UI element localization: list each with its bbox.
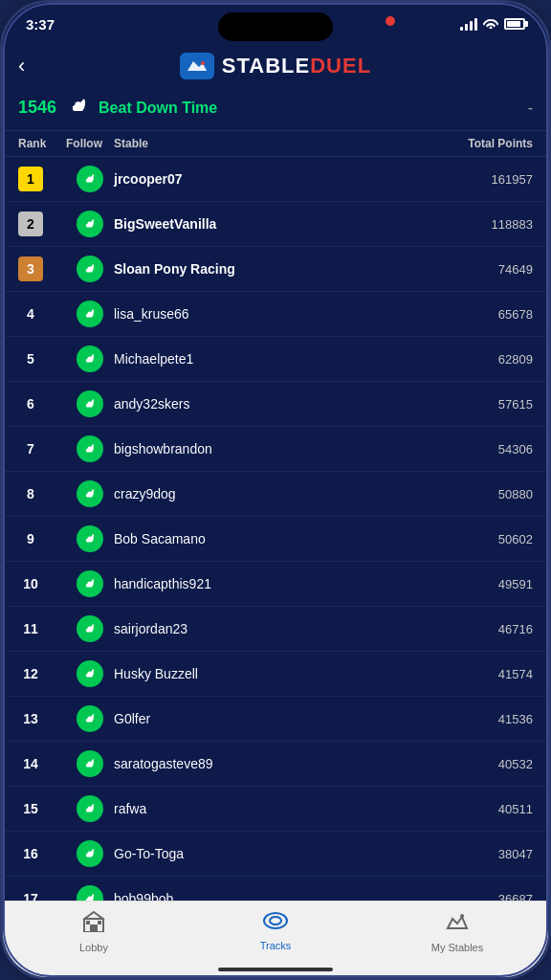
stables-icon: [445, 911, 470, 938]
follow-button[interactable]: [66, 705, 114, 732]
nav-item-stables[interactable]: My Stables: [366, 911, 548, 953]
horse-icon: [66, 97, 89, 119]
points-value: 41536: [437, 712, 533, 726]
svg-point-6: [264, 913, 287, 928]
follow-icon: [77, 435, 103, 462]
table-row[interactable]: 7 bigshowbrandon 54306: [3, 427, 548, 472]
table-row[interactable]: 8 crazy9dog 50880: [3, 472, 548, 517]
table-row[interactable]: 5 Michaelpete1 62809: [3, 337, 548, 382]
follow-button[interactable]: [66, 435, 114, 462]
rank-cell: 12: [18, 661, 66, 686]
follow-button[interactable]: [66, 885, 114, 901]
follow-icon: [77, 885, 103, 901]
status-bar: 3:37: [3, 3, 548, 45]
stable-name: lisa_kruse66: [114, 306, 437, 322]
follow-button[interactable]: [66, 570, 114, 597]
follow-button[interactable]: [66, 256, 114, 282]
points-value: 36687: [437, 892, 533, 902]
stable-name: Sloan Pony Racing: [114, 261, 437, 277]
follow-button[interactable]: [66, 211, 114, 237]
follow-icon: [77, 750, 103, 777]
col-rank: Rank: [18, 137, 66, 150]
follow-button[interactable]: [66, 345, 114, 372]
table-row[interactable]: 2 BigSweetVanilla 118883: [3, 202, 548, 247]
follow-button[interactable]: [66, 525, 114, 552]
points-value: 40532: [437, 757, 533, 771]
table-row[interactable]: 1 jrcooper07 161957: [3, 157, 548, 202]
nav-label-lobby: Lobby: [79, 942, 108, 953]
red-dot: [386, 16, 395, 26]
rank-cell: 14: [18, 751, 66, 776]
nav-item-tracks[interactable]: Tracks: [185, 911, 366, 951]
rank-cell: 6: [18, 391, 66, 416]
stable-name: rafwa: [114, 801, 437, 816]
signal-icon: [460, 18, 477, 31]
points-value: 65678: [437, 307, 533, 322]
table-row[interactable]: 10 handicapthis921 49591: [3, 562, 548, 607]
status-time: 3:37: [26, 16, 55, 33]
main-content: ‹ STABLEDUEL 1546: [3, 45, 548, 901]
stable-name: Go-To-Toga: [114, 846, 437, 861]
logo: STABLEDUEL: [180, 53, 371, 79]
status-icons: [460, 17, 525, 32]
rank-badge: 8: [18, 481, 43, 506]
table-row[interactable]: 13 G0lfer 41536: [3, 697, 548, 742]
rank-badge: 13: [18, 706, 43, 731]
follow-button[interactable]: [66, 660, 114, 687]
rank-badge: 17: [18, 886, 43, 901]
stable-name: Michaelpete1: [114, 351, 437, 367]
rank-badge: 5: [18, 346, 43, 371]
follow-icon: [77, 660, 103, 687]
rank-badge: 14: [18, 751, 43, 776]
rank-cell: 4: [18, 301, 66, 326]
rank-cell: 15: [18, 796, 66, 821]
follow-button[interactable]: [66, 166, 114, 192]
rank-cell: 16: [18, 841, 66, 866]
table-row[interactable]: 6 andy32skers 57615: [3, 382, 548, 427]
follow-icon: [77, 570, 103, 597]
rank-badge: 2: [18, 212, 43, 236]
follow-button[interactable]: [66, 795, 114, 822]
table-header: Rank Follow Stable Total Points: [3, 131, 548, 157]
points-value: 41574: [437, 667, 533, 681]
points-value: 74649: [437, 262, 533, 277]
follow-button[interactable]: [66, 480, 114, 507]
stable-name: sairjordan23: [114, 621, 437, 636]
table-row[interactable]: 4 lisa_kruse66 65678: [3, 292, 548, 337]
nav-item-lobby[interactable]: Lobby: [3, 911, 185, 953]
stable-name: Bob Sacamano: [114, 531, 437, 546]
follow-icon: [77, 211, 103, 237]
follow-button[interactable]: [66, 390, 114, 417]
rank-badge: 1: [18, 167, 43, 191]
col-points: Total Points: [437, 137, 533, 150]
follow-button[interactable]: [66, 301, 114, 327]
table-row[interactable]: 3 Sloan Pony Racing 74649: [3, 247, 548, 292]
follow-icon: [77, 795, 103, 822]
table-row[interactable]: 15 rafwa 40511: [3, 787, 548, 832]
follow-icon: [77, 615, 103, 642]
points-value: 46716: [437, 622, 533, 636]
table-row[interactable]: 17 bob99bob 36687: [3, 877, 548, 901]
table-row[interactable]: 11 sairjordan23 46716: [3, 607, 548, 652]
stable-name: jrcooper07: [114, 171, 437, 187]
nav-label-stables: My Stables: [431, 942, 483, 953]
table-row[interactable]: 12 Husky Buzzell 41574: [3, 652, 548, 697]
svg-point-8: [460, 914, 464, 918]
follow-button[interactable]: [66, 615, 114, 642]
rank-badge: 16: [18, 841, 43, 866]
follow-button[interactable]: [66, 750, 114, 777]
phone-shell: 3:37 ‹: [0, 0, 551, 980]
race-dash: -: [528, 100, 533, 117]
battery-icon: [504, 18, 525, 30]
tracks-icon: [262, 911, 289, 936]
bottom-nav: Lobby Tracks My Stables: [3, 901, 548, 977]
table-row[interactable]: 14 saratogasteve89 40532: [3, 742, 548, 787]
follow-button[interactable]: [66, 840, 114, 867]
stable-name: andy32skers: [114, 396, 437, 412]
table-row[interactable]: 9 Bob Sacamano 50602: [3, 517, 548, 562]
rank-cell: 3: [18, 256, 66, 281]
svg-point-1: [201, 61, 205, 65]
table-row[interactable]: 16 Go-To-Toga 38047: [3, 832, 548, 877]
back-button[interactable]: ‹: [18, 54, 25, 78]
points-value: 38047: [437, 847, 533, 861]
